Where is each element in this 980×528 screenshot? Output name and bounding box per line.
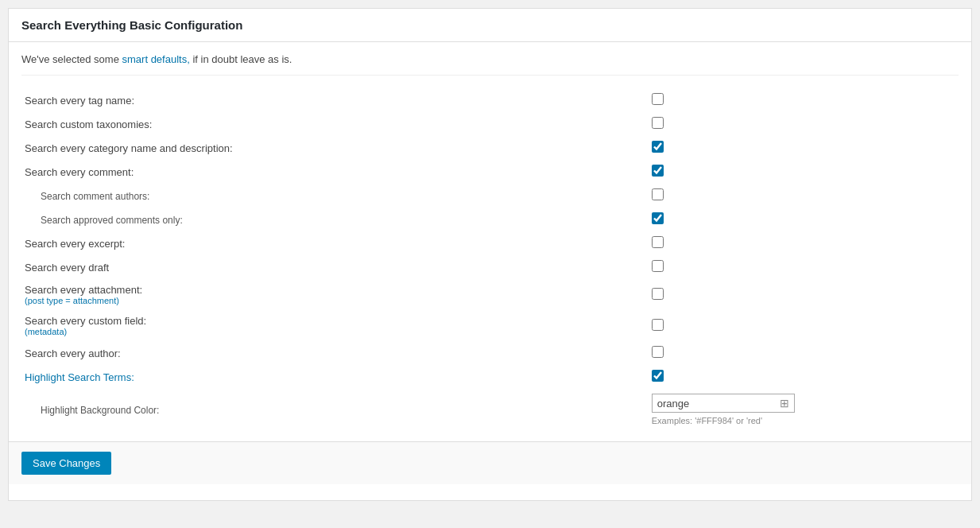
label-cell-color: Highlight Background Color: — [21, 389, 649, 430]
color-input-cell: ⊞Examples: '#FFF984' or 'red' — [649, 389, 959, 430]
label-text-category-name: Search every category name and descripti… — [25, 142, 233, 154]
label-text-highlight-terms: Highlight Search Terms: — [25, 371, 134, 383]
label-text-every-attachment: Search every attachment: — [25, 284, 142, 296]
label-cell-approved-comments: Search approved comments only: — [21, 208, 649, 231]
label-text-every-draft: Search every draft — [25, 262, 109, 274]
checkbox-cell-custom-taxonomies — [649, 112, 959, 136]
form-row-custom-taxonomies: Search custom taxonomies: — [21, 112, 959, 136]
label-text-every-excerpt: Search every excerpt: — [25, 238, 125, 250]
checkbox-every-author[interactable] — [652, 346, 664, 358]
checkbox-cell-category-name — [649, 136, 959, 160]
checkbox-cell-comment-authors — [649, 184, 959, 208]
label-cell-custom-taxonomies: Search custom taxonomies: — [21, 112, 649, 136]
form-row-every-excerpt: Search every excerpt: — [21, 231, 959, 255]
color-input-field[interactable] — [657, 398, 780, 410]
sub-label-every-attachment: (post type = attachment) — [25, 296, 641, 305]
checkbox-tag-name[interactable] — [652, 93, 664, 105]
checkbox-approved-comments[interactable] — [652, 212, 664, 224]
form-row-every-author: Search every author: — [21, 341, 959, 365]
form-row-highlight-terms: Highlight Search Terms: — [21, 365, 959, 389]
label-cell-comment-authors: Search comment authors: — [21, 184, 649, 208]
checkbox-cell-custom-field — [649, 310, 959, 341]
subtitle: We've selected some smart defaults, if i… — [21, 53, 959, 76]
form-row-category-name: Search every category name and descripti… — [21, 136, 959, 160]
label-text-every-comment: Search every comment: — [25, 166, 134, 178]
checkbox-category-name[interactable] — [652, 141, 664, 153]
form-row-custom-field: Search every custom field:(metadata) — [21, 310, 959, 341]
label-cell-custom-field: Search every custom field:(metadata) — [21, 310, 649, 341]
form-row-comment-authors: Search comment authors: — [21, 184, 959, 208]
checkbox-cell-every-excerpt — [649, 231, 959, 255]
label-cell-category-name: Search every category name and descripti… — [21, 136, 649, 160]
label-text-color: Highlight Background Color: — [25, 405, 159, 416]
label-cell-every-draft: Search every draft — [21, 255, 649, 279]
form-row-color: Highlight Background Color:⊞Examples: '#… — [21, 389, 959, 430]
checkbox-highlight-terms[interactable] — [652, 370, 664, 382]
form-row-every-attachment: Search every attachment:(post type = att… — [21, 279, 959, 310]
checkbox-every-comment[interactable] — [652, 165, 664, 177]
smart-defaults-link[interactable]: smart defaults, — [122, 53, 190, 65]
label-cell-every-attachment: Search every attachment:(post type = att… — [21, 279, 649, 310]
form-row-tag-name: Search every tag name: — [21, 88, 959, 112]
settings-form-table: Search every tag name:Search custom taxo… — [21, 88, 959, 430]
label-text-comment-authors: Search comment authors: — [25, 191, 149, 202]
label-cell-tag-name: Search every tag name: — [21, 88, 649, 112]
form-row-every-draft: Search every draft — [21, 255, 959, 279]
label-cell-every-comment: Search every comment: — [21, 160, 649, 184]
save-changes-button[interactable]: Save Changes — [21, 452, 111, 475]
page-header: Search Everything Basic Configuration — [9, 9, 971, 42]
label-cell-highlight-terms: Highlight Search Terms: — [21, 365, 649, 389]
color-picker-icon[interactable]: ⊞ — [780, 397, 789, 410]
label-text-every-author: Search every author: — [25, 347, 121, 359]
checkbox-custom-taxonomies[interactable] — [652, 117, 664, 129]
label-text-custom-field: Search every custom field: — [25, 315, 146, 327]
sub-label-custom-field: (metadata) — [25, 327, 641, 336]
checkbox-cell-highlight-terms — [649, 365, 959, 389]
label-text-approved-comments: Search approved comments only: — [25, 215, 183, 226]
color-input-wrapper: ⊞ — [652, 394, 795, 413]
checkbox-cell-tag-name — [649, 88, 959, 112]
label-cell-every-excerpt: Search every excerpt: — [21, 231, 649, 255]
checkbox-every-attachment[interactable] — [652, 288, 664, 300]
checkbox-cell-every-attachment — [649, 279, 959, 310]
page-footer: Save Changes — [9, 441, 971, 484]
label-text-custom-taxonomies: Search custom taxonomies: — [25, 118, 152, 130]
checkbox-cell-every-draft — [649, 255, 959, 279]
color-examples-text: Examples: '#FFF984' or 'red' — [652, 416, 955, 425]
checkbox-cell-every-author — [649, 341, 959, 365]
page-title: Search Everything Basic Configuration — [21, 18, 242, 32]
checkbox-every-draft[interactable] — [652, 260, 664, 272]
checkbox-cell-approved-comments — [649, 208, 959, 231]
form-row-every-comment: Search every comment: — [21, 160, 959, 184]
label-text-tag-name: Search every tag name: — [25, 95, 134, 107]
page-wrapper: Search Everything Basic Configuration We… — [8, 8, 972, 501]
checkbox-comment-authors[interactable] — [652, 188, 664, 200]
page-content: We've selected some smart defaults, if i… — [9, 42, 971, 441]
checkbox-every-excerpt[interactable] — [652, 236, 664, 248]
checkbox-cell-every-comment — [649, 160, 959, 184]
form-row-approved-comments: Search approved comments only: — [21, 208, 959, 231]
checkbox-custom-field[interactable] — [652, 319, 664, 331]
label-cell-every-author: Search every author: — [21, 341, 649, 365]
